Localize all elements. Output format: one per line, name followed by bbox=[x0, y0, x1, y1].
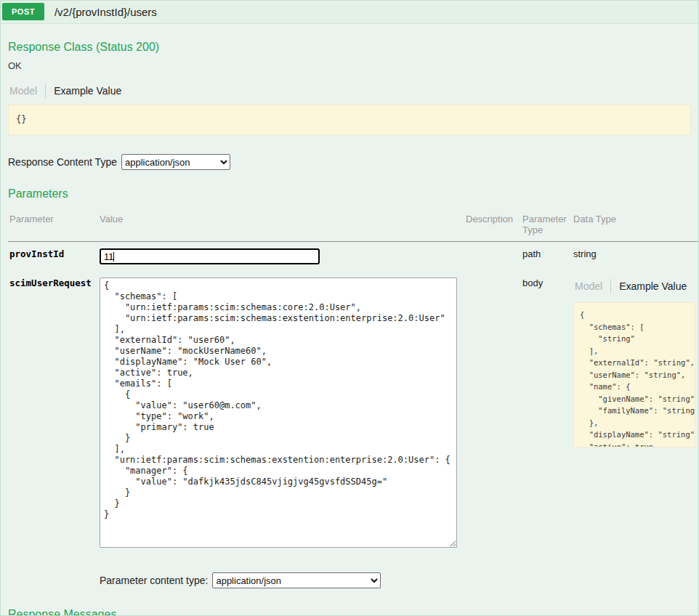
parameter-content-type-label: Parameter content type: bbox=[100, 575, 208, 586]
operation-content: Response Class (Status 200) OK Model Exa… bbox=[1, 41, 698, 616]
response-class-tabs: Model Example Value bbox=[8, 84, 691, 98]
operation-panel: POST /v2/{provInstId}/users Response Cla… bbox=[0, 0, 699, 616]
body-model-tabs: Model Example Value bbox=[573, 279, 695, 293]
param-type-cell: path bbox=[522, 242, 573, 271]
body-example-snippet[interactable]: { "schemas": [ "string" ], "externalId":… bbox=[573, 302, 695, 447]
provinstid-input[interactable] bbox=[100, 248, 320, 264]
response-messages-title: Response Messages bbox=[8, 608, 691, 616]
scimuserrequest-textarea[interactable]: { "schemas": [ "urn:ietf:params:scim:sch… bbox=[100, 277, 457, 548]
parameters-title: Parameters bbox=[8, 187, 691, 200]
parameter-content-type-select[interactable]: application/json bbox=[212, 572, 381, 588]
tab-example-value[interactable]: Example Value bbox=[46, 84, 129, 98]
body-model-cell: Model Example Value { "schemas": [ "stri… bbox=[573, 271, 698, 454]
body-value-cell: { "schemas": [ "urn:ietf:params:scim:sch… bbox=[100, 271, 466, 556]
col-header-data-type: Data Type bbox=[573, 209, 698, 242]
operation-header[interactable]: POST /v2/{provInstId}/users bbox=[1, 1, 698, 24]
response-content-type-row: Response Content Type application/json bbox=[8, 154, 691, 170]
tab-model[interactable]: Model bbox=[573, 279, 611, 293]
response-content-type-label: Response Content Type bbox=[8, 156, 117, 168]
tab-example-value[interactable]: Example Value bbox=[611, 279, 695, 293]
response-class-title: Response Class (Status 200) bbox=[8, 41, 691, 54]
parameter-content-type-row: Parameter content type: application/json bbox=[100, 572, 691, 588]
param-value-cell bbox=[100, 242, 466, 271]
method-badge[interactable]: POST bbox=[2, 3, 44, 20]
response-example-snippet: {} bbox=[8, 105, 691, 135]
param-description-cell bbox=[466, 242, 522, 271]
parameters-table: Parameter Value Description Parameter Ty… bbox=[8, 209, 691, 556]
body-description-cell bbox=[466, 271, 522, 284]
param-name-scimuserrequest: scimUserRequest bbox=[8, 271, 100, 295]
body-type-cell: body bbox=[522, 271, 573, 295]
col-header-parameter: Parameter bbox=[8, 209, 100, 242]
col-header-description: Description bbox=[466, 209, 522, 242]
tab-model[interactable]: Model bbox=[8, 84, 46, 98]
param-name-provinstid: provInstId bbox=[8, 242, 100, 271]
col-header-parameter-type: Parameter Type bbox=[522, 209, 573, 242]
response-content-type-select[interactable]: application/json bbox=[121, 154, 230, 170]
operation-path[interactable]: /v2/{provInstId}/users bbox=[54, 6, 157, 18]
param-datatype-cell: string bbox=[573, 242, 698, 271]
col-header-value: Value bbox=[100, 209, 466, 242]
response-class-status: OK bbox=[8, 60, 691, 71]
